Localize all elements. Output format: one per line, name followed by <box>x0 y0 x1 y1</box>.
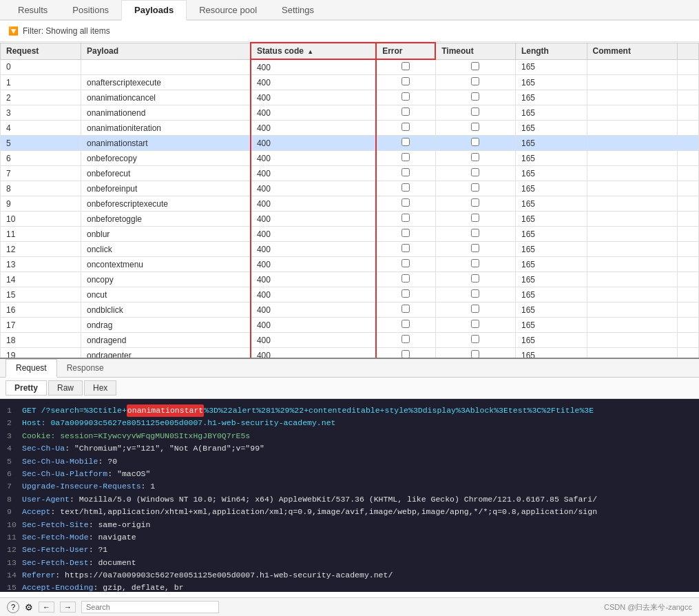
cell-error-checkbox[interactable] <box>401 153 410 161</box>
table-row[interactable]: 12onclick400165 <box>1 242 699 257</box>
table-body: 04001651onafterscriptexecute4001652onani… <box>1 59 699 359</box>
cell-error-checkbox[interactable] <box>401 305 410 313</box>
tab-resource-pool[interactable]: Resource pool <box>187 0 269 21</box>
cell-error-checkbox[interactable] <box>401 350 410 358</box>
tab-positions[interactable]: Positions <box>60 0 121 21</box>
table-row[interactable]: 6onbeforecopy400165 <box>1 151 699 166</box>
col-status-code[interactable]: Status code ▲ <box>251 43 376 59</box>
table-row[interactable]: 15oncut400165 <box>1 287 699 302</box>
line-number: 8 <box>7 493 22 506</box>
cell-error-checkbox[interactable] <box>401 335 410 343</box>
search-input[interactable] <box>81 601 219 613</box>
cell-timeout-checkbox[interactable] <box>471 183 479 192</box>
cell-timeout-checkbox[interactable] <box>471 62 479 70</box>
cell-timeout-checkbox[interactable] <box>471 259 479 267</box>
line-value: : ?1 <box>89 544 108 556</box>
table-row[interactable]: 7onbeforecut400165 <box>1 166 699 181</box>
cell-extra <box>678 212 699 227</box>
table-row[interactable]: 0400165 <box>1 59 699 75</box>
table-row[interactable]: 18ondragend400165 <box>1 333 699 348</box>
line-text: Host: 0a7a009903c5627e8051125e005d0007.h… <box>22 417 335 429</box>
cell-extra <box>678 196 699 212</box>
cell-error-checkbox[interactable] <box>401 183 410 192</box>
table-row[interactable]: 2onanimationcancel400165 <box>1 90 699 105</box>
cell-timeout-checkbox[interactable] <box>471 335 479 343</box>
cell-timeout-checkbox[interactable] <box>471 214 479 222</box>
tab-settings[interactable]: Settings <box>269 0 326 21</box>
cell-error-checkbox[interactable] <box>401 259 410 267</box>
cell-payload: oncut <box>81 287 250 302</box>
cell-timeout-checkbox[interactable] <box>471 289 479 298</box>
cell-status: 400 <box>251 121 376 136</box>
cell-error-checkbox[interactable] <box>401 198 410 207</box>
cell-error-checkbox[interactable] <box>401 229 410 237</box>
bottom-tab-request[interactable]: Request <box>6 359 57 378</box>
cell-timeout-checkbox[interactable] <box>471 77 479 85</box>
table-row[interactable]: 14oncopy400165 <box>1 272 699 287</box>
cell-extra <box>678 181 699 196</box>
cell-timeout-checkbox[interactable] <box>471 123 479 131</box>
table-row[interactable]: 11onblur400165 <box>1 227 699 242</box>
cell-timeout-checkbox[interactable] <box>471 350 479 358</box>
back-button[interactable]: ← <box>39 602 54 613</box>
cell-comment <box>587 90 678 105</box>
table-row[interactable]: 4onanimationiteration400165 <box>1 121 699 136</box>
cell-error-checkbox[interactable] <box>401 214 410 222</box>
help-button[interactable]: ? <box>7 601 19 613</box>
cell-error-checkbox[interactable] <box>401 107 410 116</box>
line-number: 9 <box>7 506 22 518</box>
table-row[interactable]: 17ondrag400165 <box>1 318 699 333</box>
table-row[interactable]: 3onanimationend400165 <box>1 105 699 121</box>
gear-button[interactable]: ⚙ <box>25 602 33 613</box>
cell-error-checkbox[interactable] <box>401 274 410 283</box>
table-row[interactable]: 5onanimationstart400165 <box>1 136 699 151</box>
cell-error <box>376 151 435 166</box>
cell-timeout-checkbox[interactable] <box>471 229 479 237</box>
table-row[interactable]: 10onbeforetoggle400165 <box>1 212 699 227</box>
cell-timeout-checkbox[interactable] <box>471 138 479 146</box>
cell-status: 400 <box>251 318 376 333</box>
line-value: : "Chromium";v="121", "Not A(Brand";v="9… <box>65 442 264 455</box>
cell-timeout <box>435 151 515 166</box>
line-number: 3 <box>7 430 22 442</box>
table-row[interactable]: 8onbeforeinput400165 <box>1 181 699 196</box>
table-row[interactable]: 16ondblclick400165 <box>1 302 699 318</box>
cell-error-checkbox[interactable] <box>401 289 410 298</box>
tab-results[interactable]: Results <box>6 0 60 21</box>
cell-status: 400 <box>251 272 376 287</box>
table-row[interactable]: 19ondragenter400165 <box>1 348 699 360</box>
cell-error-checkbox[interactable] <box>401 123 410 131</box>
view-tab-hex[interactable]: Hex <box>84 380 116 396</box>
line-number: 7 <box>7 480 22 493</box>
cell-error-checkbox[interactable] <box>401 77 410 85</box>
cell-payload: onbeforetoggle <box>81 212 250 227</box>
table-row[interactable]: 13oncontextmenu400165 <box>1 257 699 272</box>
line-value: : https://0a7a009903c5627e8051125e005d00… <box>55 569 393 582</box>
table-row[interactable]: 9onbeforescriptexecute400165 <box>1 196 699 212</box>
cell-timeout-checkbox[interactable] <box>471 305 479 313</box>
cell-timeout-checkbox[interactable] <box>471 198 479 207</box>
table-row[interactable]: 1onafterscriptexecute400165 <box>1 75 699 90</box>
cell-error-checkbox[interactable] <box>401 62 410 70</box>
cell-timeout-checkbox[interactable] <box>471 92 479 101</box>
view-tab-raw[interactable]: Raw <box>48 380 83 396</box>
cell-error-checkbox[interactable] <box>401 320 410 328</box>
tab-payloads[interactable]: Payloads <box>121 0 187 21</box>
cell-payload: oncontextmenu <box>81 257 250 272</box>
cell-timeout-checkbox[interactable] <box>471 153 479 161</box>
cell-extra <box>678 75 699 90</box>
cell-timeout-checkbox[interactable] <box>471 168 479 176</box>
cell-timeout-checkbox[interactable] <box>471 107 479 116</box>
cell-timeout-checkbox[interactable] <box>471 274 479 283</box>
cell-timeout-checkbox[interactable] <box>471 244 479 252</box>
cell-error-checkbox[interactable] <box>401 244 410 252</box>
col-request: Request <box>1 43 81 59</box>
cell-error-checkbox[interactable] <box>401 92 410 101</box>
cell-error-checkbox[interactable] <box>401 138 410 146</box>
bottom-tab-response[interactable]: Response <box>57 359 114 378</box>
view-tab-pretty[interactable]: Pretty <box>6 380 47 396</box>
line-number: 4 <box>7 442 22 455</box>
cell-timeout-checkbox[interactable] <box>471 320 479 328</box>
forward-button[interactable]: → <box>60 602 76 613</box>
cell-error-checkbox[interactable] <box>401 168 410 176</box>
